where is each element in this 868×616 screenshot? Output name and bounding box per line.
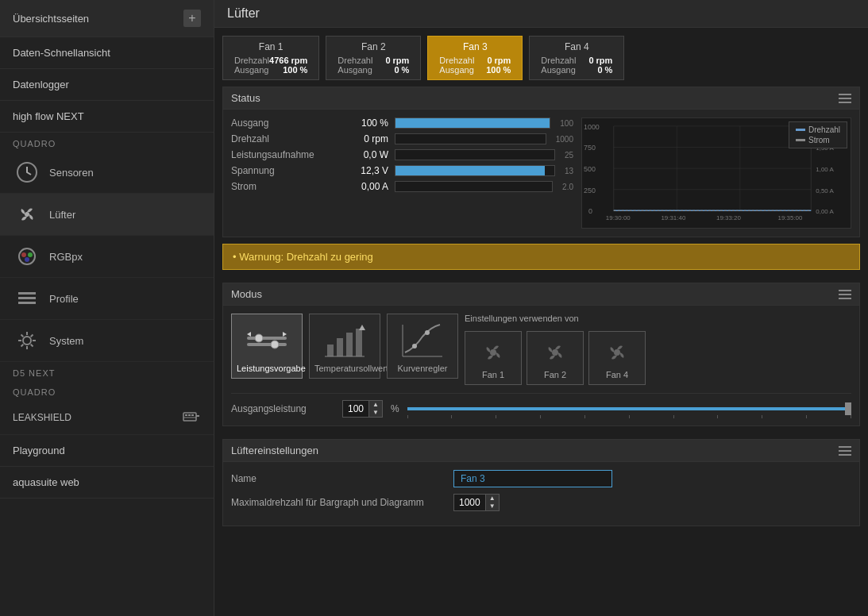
sensor-icon bbox=[13, 158, 41, 187]
sidebar-item-daten-schnellansicht[interactable]: Daten-Schnellansicht bbox=[0, 37, 214, 69]
status-row-ausgang: Ausgang 100 % 100 bbox=[231, 117, 573, 129]
leakshield-icon bbox=[182, 406, 201, 428]
svg-text:19:30:00: 19:30:00 bbox=[606, 214, 631, 221]
modus-panel-header: Modus bbox=[223, 283, 859, 306]
fan-tab-1[interactable]: Fan 1 Drehzahl 4766 rpm Ausgang 100 % bbox=[222, 36, 319, 80]
fan-source-fan4[interactable]: Fan 4 bbox=[588, 331, 646, 385]
svg-point-57 bbox=[552, 349, 558, 356]
lueftereinstellungen-menu-button[interactable] bbox=[839, 446, 851, 456]
sidebar-item-system[interactable]: System bbox=[0, 320, 214, 362]
strom-bar bbox=[395, 181, 553, 192]
warning-text: • Warnung: Drehzahl zu gering bbox=[233, 251, 373, 263]
svg-rect-13 bbox=[191, 414, 194, 416]
fan-source-fan2[interactable]: Fan 2 bbox=[527, 331, 584, 385]
sidebar-item-leakshield[interactable]: LEAKSHIELD bbox=[0, 400, 214, 435]
svg-rect-49 bbox=[356, 329, 362, 356]
modus-title: Modus bbox=[231, 288, 262, 300]
sidebar-item-playground[interactable]: Playground bbox=[0, 435, 214, 467]
ausgang-max: 100 bbox=[560, 119, 573, 128]
lueftereinstellungen-panel: Lüftereinstellungen Name Maximaldrehzahl… bbox=[222, 439, 860, 526]
svg-point-9 bbox=[23, 337, 31, 345]
strom-max: 2.0 bbox=[562, 183, 573, 191]
spinner-down-button[interactable]: ▼ bbox=[369, 409, 382, 417]
sidebar-item-ubersichtsseiten[interactable]: Übersichtsseiten + bbox=[0, 0, 214, 37]
svg-text:500: 500 bbox=[584, 165, 596, 173]
spinner-up-button[interactable]: ▲ bbox=[369, 401, 382, 409]
svg-rect-48 bbox=[346, 333, 353, 356]
drehzahl-label: Drehzahl bbox=[231, 133, 334, 144]
modus-menu-button[interactable] bbox=[839, 290, 851, 299]
svg-rect-46 bbox=[327, 345, 334, 356]
maxdrehzahl-spinner[interactable]: 1000 ▲ ▼ bbox=[453, 494, 500, 511]
fan-source-fan2-label: Fan 2 bbox=[544, 370, 566, 379]
sidebar-item-profile[interactable]: Profile bbox=[0, 278, 214, 320]
sidebar-item-rgbpx[interactable]: RGBpx bbox=[0, 236, 214, 278]
fan-tab-3[interactable]: Fan 3 Drehzahl 0 rpm Ausgang 100 % bbox=[427, 36, 523, 80]
ausgangsleistung-spinner[interactable]: 100 ▲ ▼ bbox=[342, 400, 383, 418]
fan1-ausgang-label: Ausgang bbox=[234, 65, 268, 75]
svg-text:1,00 A: 1,00 A bbox=[816, 166, 834, 173]
d5next-group-label: D5 NEXT bbox=[0, 362, 214, 381]
sidebar-item-aquasuite[interactable]: aquasuite web bbox=[0, 467, 214, 499]
sidebar-item-luefter[interactable]: Lüfter bbox=[0, 194, 214, 236]
luefter-maxdrehzahl-row: Maximaldrehzahl für Bargraph und Diagram… bbox=[231, 494, 851, 511]
svg-point-56 bbox=[490, 349, 496, 356]
fan1-ausgang-value: 100 % bbox=[283, 65, 307, 75]
legend-drehzahl: Drehzahl bbox=[808, 125, 840, 134]
svg-marker-45 bbox=[283, 332, 287, 337]
main-content: Lüfter Fan 1 Drehzahl 4766 rpm Ausgang 1… bbox=[214, 0, 868, 616]
slider-track bbox=[407, 407, 851, 410]
svg-rect-41 bbox=[247, 343, 287, 346]
leistung-bar bbox=[395, 149, 555, 160]
svg-text:1000: 1000 bbox=[584, 123, 600, 131]
svg-text:250: 250 bbox=[584, 187, 596, 194]
ausgangsleistung-value: 100 bbox=[343, 402, 368, 416]
svg-point-55 bbox=[425, 330, 430, 335]
fan4-title: Fan 4 bbox=[541, 41, 612, 52]
mode-temperatursollwert[interactable]: Temperatursollwert bbox=[309, 314, 380, 379]
fan3-drehzahl-value: 0 rpm bbox=[487, 56, 511, 65]
svg-rect-14 bbox=[196, 415, 199, 417]
sidebar-item-datenlogger[interactable]: Datenlogger bbox=[0, 69, 214, 101]
sidebar-item-sensoren[interactable]: Sensoren bbox=[0, 152, 214, 194]
quadro-group-label-2: QUADRO bbox=[0, 381, 214, 400]
maxdrehzahl-up-button[interactable]: ▲ bbox=[486, 495, 499, 502]
luefter-label: Lüfter bbox=[49, 209, 75, 221]
status-menu-button[interactable] bbox=[839, 94, 851, 103]
fan2-drehzahl-value: 0 rpm bbox=[385, 56, 409, 65]
modus-panel: Modus bbox=[222, 283, 860, 426]
slider-thumb[interactable] bbox=[845, 402, 851, 415]
status-row-drehzahl: Drehzahl 0 rpm 1000 bbox=[231, 133, 573, 144]
ausgang-bar bbox=[395, 117, 550, 129]
einstellungen-label: Einstellungen verwenden von bbox=[465, 314, 646, 323]
fan1-drehzahl-value: 4766 rpm bbox=[269, 56, 307, 65]
status-panel-header: Status bbox=[223, 87, 859, 110]
svg-rect-47 bbox=[337, 338, 343, 356]
svg-point-3 bbox=[21, 252, 26, 257]
leistung-value: 0,0 W bbox=[341, 149, 388, 160]
svg-text:0,50 A: 0,50 A bbox=[816, 187, 834, 194]
status-layout: Ausgang 100 % 100 Drehzahl 0 rpm 10 bbox=[231, 117, 851, 229]
fan1-title: Fan 1 bbox=[234, 41, 307, 52]
temperatursollwert-icon bbox=[314, 319, 375, 360]
svg-rect-12 bbox=[188, 414, 191, 416]
fan-tab-2[interactable]: Fan 2 Drehzahl 0 rpm Ausgang 0 % bbox=[326, 36, 421, 80]
mode-leistungsvorgabe[interactable]: Leistungsvorgabe bbox=[231, 314, 303, 379]
spinner-buttons: ▲ ▼ bbox=[368, 401, 382, 417]
sidebar: Übersichtsseiten + Daten-Schnellansicht … bbox=[0, 0, 214, 616]
kurvenregler-label: Kurvenregler bbox=[398, 364, 448, 373]
ausgangsleistung-slider[interactable] bbox=[407, 402, 851, 415]
maxdrehzahl-down-button[interactable]: ▼ bbox=[486, 502, 499, 510]
mode-kurvenregler[interactable]: Kurvenregler bbox=[387, 314, 458, 379]
sidebar-item-highflow[interactable]: high flow NEXT bbox=[0, 101, 214, 133]
leistungsvorgabe-label: Leistungsvorgabe bbox=[237, 364, 306, 373]
fan-source-fan4-icon bbox=[594, 337, 640, 368]
fan-tab-4[interactable]: Fan 4 Drehzahl 0 rpm Ausgang 0 % bbox=[529, 36, 624, 80]
add-ubersichtsseiten-button[interactable]: + bbox=[183, 10, 201, 27]
svg-text:750: 750 bbox=[584, 144, 596, 152]
svg-point-43 bbox=[271, 341, 279, 348]
fan-source-fan1[interactable]: Fan 1 bbox=[465, 331, 522, 385]
percent-label: % bbox=[391, 403, 399, 414]
drehzahl-max: 1000 bbox=[556, 135, 573, 144]
luefter-name-input[interactable] bbox=[453, 470, 612, 487]
